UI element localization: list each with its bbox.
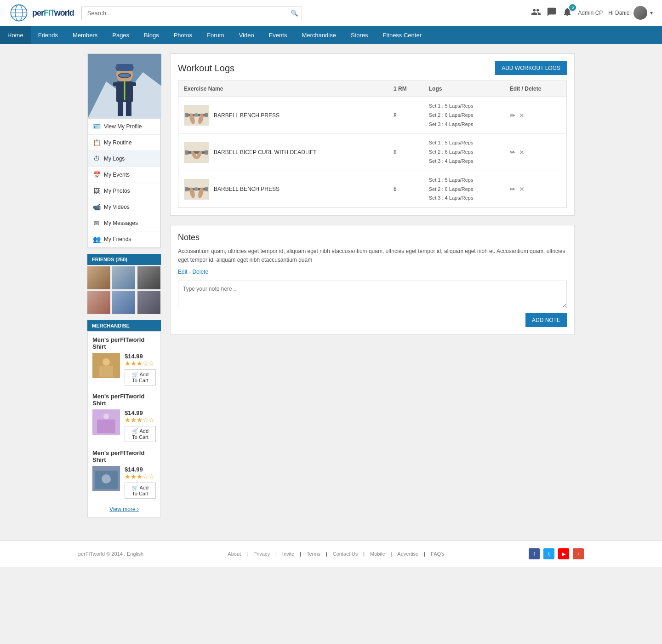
sidebar-item-my-logs[interactable]: ⏱ My Logs <box>88 151 160 167</box>
footer-link-faqs[interactable]: FAQ's <box>431 551 445 557</box>
edit-button-1[interactable]: ✏ <box>510 112 515 119</box>
profile-image <box>88 54 161 118</box>
friends-section-title: FRIENDS (250) <box>87 254 161 265</box>
add-note-row: ADD NOTE <box>178 313 567 327</box>
nav-stores[interactable]: Stores <box>343 26 376 44</box>
merchandise-item-3: Men's perFITworld Shirt $14.99 ★★★☆☆ 🛒 A… <box>92 449 156 499</box>
nav-blogs[interactable]: Blogs <box>137 26 166 44</box>
merchandise-item-1: Men's perFITworld Shirt $14.99 ★★★☆☆ 🛒 A… <box>92 336 156 385</box>
messages-icon[interactable] <box>547 7 557 19</box>
googleplus-icon[interactable]: + <box>573 548 584 559</box>
sidebar-item-my-events[interactable]: 📅 My Events <box>88 167 160 183</box>
search-input[interactable] <box>81 6 302 20</box>
sidebar-item-my-routine[interactable]: 📋 My Routine <box>88 135 160 151</box>
sidebar-item-my-videos[interactable]: 📹 My Videos <box>88 199 160 215</box>
sidebar-item-my-friends[interactable]: 👥 My Friends <box>88 231 160 247</box>
footer-link-invite[interactable]: Invite <box>282 551 294 557</box>
workout-logs-section: Workout Logs ADD WORKOUT LOGS Exercise N… <box>170 53 575 216</box>
nav-merchandise[interactable]: Merchandise <box>294 26 343 44</box>
nav-members[interactable]: Members <box>65 26 105 44</box>
rm-2: 8 <box>388 134 423 171</box>
search-button[interactable]: 🔍 <box>291 10 298 17</box>
svg-rect-12 <box>118 102 123 116</box>
sidebar-item-view-my-profile[interactable]: 🪪 View My Profile <box>88 119 160 135</box>
note-textarea[interactable] <box>178 281 567 308</box>
svg-rect-21 <box>99 366 113 377</box>
header-icons: 5 Admin CP Hi Daniel ▾ <box>531 6 653 20</box>
delete-note-link[interactable]: Delete <box>192 269 208 275</box>
merch-name-2: Men's perFITworld Shirt <box>92 393 156 407</box>
friend-thumb-3[interactable] <box>137 266 160 289</box>
photos-icon: 🖼 <box>93 187 100 195</box>
merch-details-1: $14.99 ★★★☆☆ 🛒 Add To Cart <box>125 353 156 385</box>
table-row: BARBELL BENCH PRESS 8 Set 1 : 5 Laps/Rep… <box>178 171 567 207</box>
admin-link[interactable]: Admin CP <box>578 10 603 16</box>
twitter-icon[interactable]: t <box>543 548 554 559</box>
add-to-cart-3[interactable]: 🛒 Add To Cart <box>125 483 156 499</box>
profile-picture <box>88 54 161 118</box>
friends-icon[interactable] <box>531 7 541 19</box>
nav-pages[interactable]: Pages <box>105 26 137 44</box>
workout-logs-header: Workout Logs ADD WORKOUT LOGS <box>178 61 567 75</box>
friend-thumb-1[interactable] <box>87 266 110 289</box>
col-exercise-name: Exercise Name <box>178 81 388 97</box>
svg-rect-10 <box>113 82 120 86</box>
notes-links: Edit - Delete <box>178 269 567 275</box>
merch-image-1 <box>92 353 120 378</box>
add-to-cart-1[interactable]: 🛒 Add To Cart <box>125 369 156 385</box>
footer-link-mobile[interactable]: Mobile <box>370 551 385 557</box>
merch-row-3: $14.99 ★★★☆☆ 🛒 Add To Cart <box>92 466 156 499</box>
exercise-cell-1: BARBELL BENCH PRESS <box>178 97 388 134</box>
edit-button-3[interactable]: ✏ <box>510 185 515 193</box>
delete-button-1[interactable]: ✕ <box>519 112 525 119</box>
notifications-icon[interactable]: 5 <box>562 7 572 19</box>
edit-note-link[interactable]: Edit <box>178 269 188 275</box>
sidebar-label-my-friends: My Friends <box>104 236 131 242</box>
sidebar-label-my-videos: My Videos <box>104 204 130 210</box>
logo[interactable]: perFITworld <box>9 4 74 22</box>
friend-thumb-5[interactable] <box>112 291 135 314</box>
nav-photos[interactable]: Photos <box>166 26 200 44</box>
delete-button-3[interactable]: ✕ <box>519 185 525 193</box>
add-workout-logs-button[interactable]: ADD WORKOUT LOGS <box>495 61 567 75</box>
footer-link-privacy[interactable]: Privacy <box>253 551 270 557</box>
nav-forum[interactable]: Forum <box>200 26 232 44</box>
svg-point-23 <box>103 414 109 419</box>
add-note-button[interactable]: ADD NOTE <box>525 313 567 327</box>
nav-home[interactable]: Home <box>0 26 31 44</box>
exercise-cell-3: BARBELL BENCH PRESS <box>178 171 388 207</box>
sidebar-menu: 🪪 View My Profile 📋 My Routine ⏱ My Logs… <box>88 118 160 248</box>
nav-friends[interactable]: Friends <box>31 26 65 44</box>
messages-icon: ✉ <box>93 219 100 227</box>
friend-thumb-6[interactable] <box>137 291 160 314</box>
friend-thumb-4[interactable] <box>87 291 110 314</box>
svg-rect-15 <box>116 64 133 71</box>
user-menu[interactable]: Hi Daniel ▾ <box>608 6 653 20</box>
notes-title: Notes <box>178 233 567 242</box>
footer-link-advertise[interactable]: Advertise <box>397 551 418 557</box>
add-to-cart-2[interactable]: 🛒 Add To Cart <box>125 426 156 442</box>
youtube-icon[interactable]: ▶ <box>558 548 569 559</box>
exercise-name-2: BARBELL BICEP CURL WITH DEADLIFT <box>214 149 317 155</box>
svg-point-32 <box>194 113 198 117</box>
footer-link-contact[interactable]: Contact Us <box>333 551 358 557</box>
view-more-link[interactable]: View more › <box>92 506 156 512</box>
sidebar-item-my-photos[interactable]: 🖼 My Photos <box>88 183 160 199</box>
nav-fitness-center[interactable]: Fitness Center <box>375 26 429 44</box>
edit-button-2[interactable]: ✏ <box>510 149 515 156</box>
footer-link-terms[interactable]: Terms <box>307 551 320 557</box>
friend-thumb-2[interactable] <box>112 266 135 289</box>
sets-text-1: Set 1 : 5 Laps/RepsSet 2 : 6 Laps/RepsSe… <box>429 102 499 129</box>
action-icons-3: ✏ ✕ <box>510 185 561 193</box>
nav-events[interactable]: Events <box>262 26 295 44</box>
footer-link-about[interactable]: About <box>228 551 241 557</box>
facebook-icon[interactable]: f <box>529 548 540 559</box>
col-edit-delete: Edit / Delete <box>504 81 567 97</box>
delete-button-2[interactable]: ✕ <box>519 149 525 156</box>
merch-image-3 <box>92 466 120 491</box>
sidebar-item-my-messages[interactable]: ✉ My Messages <box>88 215 160 231</box>
nav-video[interactable]: Video <box>232 26 262 44</box>
svg-rect-37 <box>188 151 205 154</box>
friends-menu-icon: 👥 <box>93 236 100 243</box>
table-row: BARBELL BENCH PRESS 8 Set 1 : 5 Laps/Rep… <box>178 97 567 134</box>
